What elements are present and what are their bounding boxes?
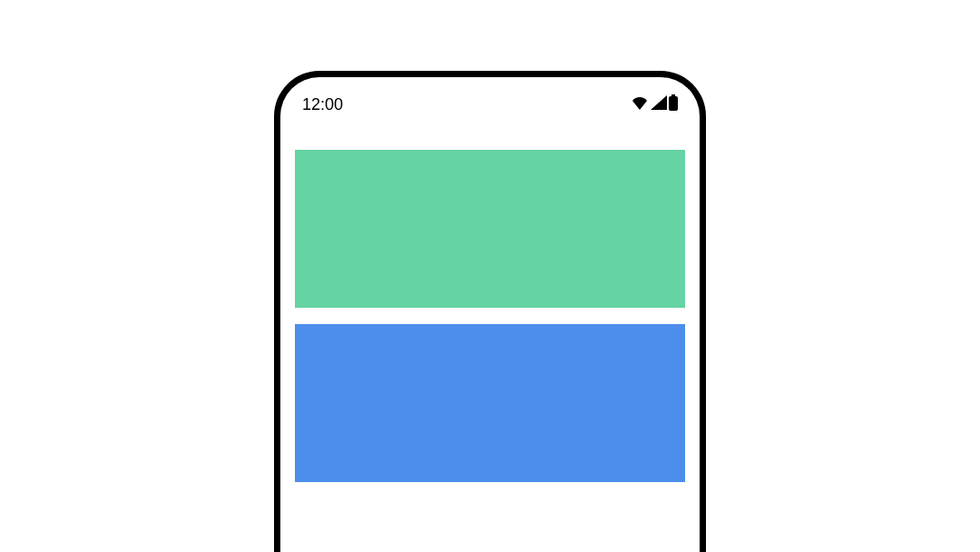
battery-icon (669, 94, 678, 114)
content-area (280, 124, 700, 552)
svg-rect-0 (671, 94, 675, 96)
status-bar: 12:00 (280, 77, 700, 124)
wifi-icon (631, 95, 649, 113)
green-block (295, 150, 685, 308)
blue-block (295, 324, 685, 482)
phone-frame: 12:00 (274, 71, 706, 552)
svg-rect-1 (669, 96, 678, 111)
status-time: 12:00 (302, 95, 343, 114)
cellular-icon (651, 95, 667, 113)
spacer (295, 498, 685, 552)
status-icons (631, 94, 678, 114)
